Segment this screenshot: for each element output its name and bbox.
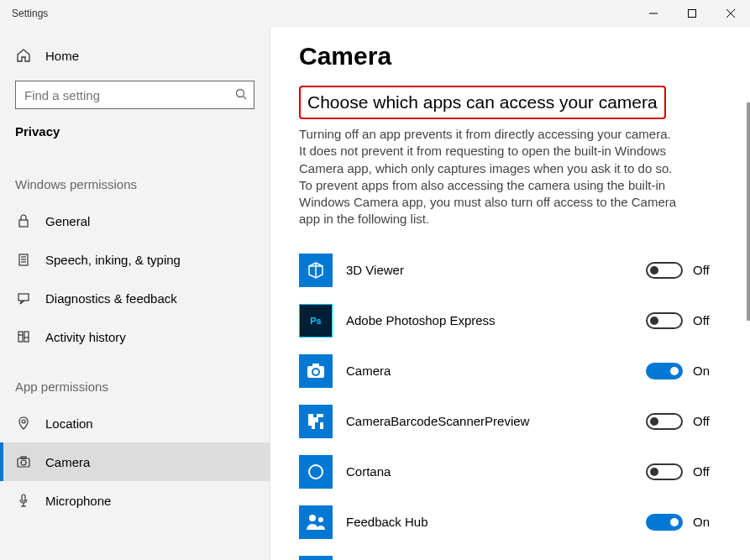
toggle-state-label: Off — [693, 464, 710, 479]
toggle-state-label: On — [693, 515, 710, 529]
app-row: CameraBarcodeScannerPreviewOff — [299, 396, 721, 447]
svg-rect-26 — [312, 364, 319, 367]
section-description: Turning off an app prevents it from dire… — [299, 126, 681, 228]
app-row: HP SmartOn — [299, 547, 721, 561]
app-icon: Ps — [299, 304, 333, 338]
category-title: Privacy — [0, 119, 270, 154]
microphone-icon — [15, 492, 32, 509]
svg-line-5 — [244, 96, 247, 99]
app-row: Feedback HubOn — [299, 497, 721, 547]
history-icon — [15, 328, 32, 345]
toggle-state-label: Off — [693, 263, 710, 277]
nav-label: Speech, inking, & typing — [45, 253, 181, 267]
toggle-switch[interactable] — [646, 514, 683, 531]
feedback-icon — [15, 290, 32, 306]
sidebar-item-general[interactable]: General — [0, 201, 270, 240]
search-field[interactable] — [24, 88, 235, 102]
toggle-group: Off — [646, 463, 721, 480]
svg-point-30 — [309, 515, 316, 521]
nav-label: General — [45, 214, 90, 228]
toggle-state-label: Off — [693, 414, 710, 428]
close-button[interactable] — [711, 0, 750, 27]
page-title: Camera — [299, 42, 721, 71]
sidebar-item-camera[interactable]: Camera — [0, 442, 270, 481]
location-icon — [15, 415, 32, 432]
svg-rect-27 — [317, 414, 323, 417]
nav-label: Diagnostics & feedback — [45, 291, 177, 306]
sidebar-item-microphone[interactable]: Microphone — [0, 481, 270, 520]
content-area: Home Privacy Windows permissions General… — [0, 27, 750, 560]
toggle-state-label: Off — [693, 313, 710, 327]
minimize-button[interactable] — [634, 0, 673, 27]
sidebar: Home Privacy Windows permissions General… — [0, 27, 270, 560]
toggle-group: Off — [646, 262, 721, 279]
title-bar: Settings — [0, 0, 750, 27]
app-row: CortanaOff — [299, 447, 721, 497]
sidebar-item-speech[interactable]: Speech, inking, & typing — [0, 240, 270, 279]
svg-point-29 — [309, 465, 323, 479]
app-icon — [299, 405, 333, 438]
app-icon — [299, 254, 333, 287]
search-icon — [235, 88, 247, 102]
window-controls — [634, 0, 750, 27]
svg-rect-28 — [320, 422, 323, 429]
section-heading: Choose which apps can access your camera — [299, 86, 666, 119]
toggle-switch[interactable] — [646, 262, 683, 279]
nav-label: Camera — [45, 455, 90, 469]
app-icon — [299, 505, 333, 539]
nav-label: Microphone — [45, 494, 111, 508]
toggle-switch[interactable] — [646, 413, 683, 430]
toggle-switch[interactable] — [646, 312, 683, 329]
nav-label: Activity history — [45, 330, 126, 344]
scrollbar-thumb[interactable] — [747, 102, 750, 321]
svg-point-25 — [313, 369, 318, 374]
sidebar-item-activity[interactable]: Activity history — [0, 317, 270, 356]
clipboard-icon — [15, 251, 32, 268]
maximize-button[interactable] — [673, 0, 711, 27]
home-label: Home — [45, 49, 79, 63]
svg-rect-13 — [24, 332, 29, 342]
app-name: 3D Viewer — [346, 263, 632, 277]
home-icon — [15, 47, 32, 64]
app-row: 3D ViewerOff — [299, 245, 721, 296]
app-name: Feedback Hub — [346, 515, 632, 529]
app-icon — [299, 354, 333, 388]
group-windows-permissions: Windows permissions — [0, 154, 270, 201]
toggle-group: On — [646, 363, 721, 379]
app-icon — [299, 556, 333, 561]
svg-rect-11 — [18, 294, 29, 301]
svg-point-4 — [237, 89, 244, 97]
app-row: PsAdobe Photoshop ExpressOff — [299, 296, 721, 346]
search-input[interactable] — [15, 81, 254, 109]
svg-rect-1 — [689, 10, 696, 18]
sidebar-item-diagnostics[interactable]: Diagnostics & feedback — [0, 279, 270, 317]
app-name: Cortana — [346, 464, 632, 479]
svg-rect-19 — [21, 457, 26, 458]
svg-rect-6 — [19, 220, 28, 227]
svg-point-16 — [22, 420, 25, 423]
window-title: Settings — [12, 8, 48, 19]
svg-point-31 — [318, 517, 323, 522]
sidebar-item-location[interactable]: Location — [0, 404, 270, 442]
toggle-switch[interactable] — [646, 363, 683, 379]
main-panel: Camera Choose which apps can access your… — [270, 27, 750, 560]
toggle-group: Off — [646, 312, 721, 329]
nav-label: Location — [45, 416, 93, 431]
svg-rect-20 — [22, 495, 25, 501]
toggle-state-label: On — [693, 364, 710, 378]
toggle-group: Off — [646, 413, 721, 430]
toggle-group: On — [646, 514, 721, 531]
lock-icon — [15, 212, 32, 229]
camera-icon — [15, 453, 32, 470]
svg-rect-12 — [18, 332, 23, 342]
group-app-permissions: App permissions — [0, 356, 270, 404]
app-name: CameraBarcodeScannerPreview — [346, 414, 632, 428]
app-name: Adobe Photoshop Express — [346, 313, 632, 327]
app-name: Camera — [346, 364, 632, 378]
app-icon — [299, 455, 333, 489]
toggle-switch[interactable] — [646, 463, 683, 480]
svg-point-18 — [21, 460, 26, 465]
app-row: CameraOn — [299, 346, 721, 396]
app-permission-list: 3D ViewerOffPsAdobe Photoshop ExpressOff… — [299, 245, 721, 561]
home-button[interactable]: Home — [0, 37, 270, 74]
